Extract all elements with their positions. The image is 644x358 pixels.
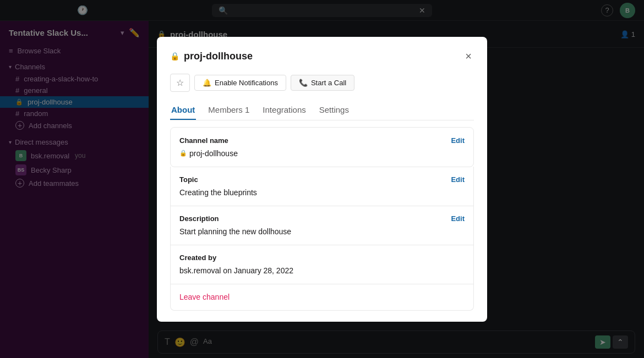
created-by-section: Created by bsk.removal on January 28, 20… bbox=[170, 245, 474, 284]
created-by-title: Created by bbox=[179, 254, 216, 262]
modal-title: 🔒 proj-dollhouse bbox=[170, 51, 253, 62]
channel-name-title: Channel name bbox=[179, 136, 228, 145]
topic-header: Topic Edit bbox=[179, 175, 465, 184]
topic-title: Topic bbox=[179, 175, 198, 184]
topic-section: Topic Edit Creating the blueprints bbox=[170, 167, 474, 206]
tab-settings[interactable]: Settings bbox=[318, 101, 350, 120]
channel-name-edit-button[interactable]: Edit bbox=[451, 136, 465, 145]
leave-channel-button[interactable]: Leave channel bbox=[170, 284, 474, 311]
channel-info-modal: 🔒 proj-dollhouse × ☆ 🔔 Enable Notificati… bbox=[157, 37, 487, 322]
created-by-text: bsk.removal on January 28, 2022 bbox=[179, 266, 293, 275]
modal-close-button[interactable]: × bbox=[463, 48, 474, 65]
description-edit-button[interactable]: Edit bbox=[451, 214, 465, 223]
bell-icon: 🔔 bbox=[203, 79, 211, 87]
modal-channel-name: proj-dollhouse bbox=[184, 51, 253, 62]
created-by-value: bsk.removal on January 28, 2022 bbox=[179, 266, 465, 275]
description-header: Description Edit bbox=[179, 214, 465, 223]
description-text: Start planning the new dollhouse bbox=[179, 227, 291, 236]
topic-value: Creating the blueprints bbox=[179, 188, 465, 197]
notifications-label: Enable Notifications bbox=[215, 79, 278, 87]
enable-notifications-button[interactable]: 🔔 Enable Notifications bbox=[194, 75, 286, 91]
channel-name-text: proj-dollhouse bbox=[189, 149, 238, 158]
modal-actions: ☆ 🔔 Enable Notifications 📞 Start a Call bbox=[170, 74, 474, 92]
channel-name-header: Channel name Edit bbox=[179, 136, 465, 145]
start-call-button[interactable]: 📞 Start a Call bbox=[291, 75, 354, 91]
tab-about[interactable]: About bbox=[170, 101, 196, 120]
channel-name-section: Channel name Edit 🔒 proj-dollhouse bbox=[170, 127, 474, 167]
modal-lock-icon: 🔒 bbox=[170, 52, 179, 60]
channel-value-lock-icon: 🔒 bbox=[179, 150, 187, 157]
modal-overlay: 🔒 proj-dollhouse × ☆ 🔔 Enable Notificati… bbox=[0, 0, 644, 358]
tab-integrations[interactable]: Integrations bbox=[261, 101, 307, 120]
tab-members[interactable]: Members 1 bbox=[207, 101, 250, 120]
star-button[interactable]: ☆ bbox=[170, 74, 190, 92]
modal-tabs: About Members 1 Integrations Settings bbox=[170, 101, 474, 120]
description-section: Description Edit Start planning the new … bbox=[170, 206, 474, 245]
call-icon: 📞 bbox=[299, 79, 308, 87]
star-icon: ☆ bbox=[176, 78, 184, 87]
modal-header: 🔒 proj-dollhouse × bbox=[170, 48, 474, 65]
topic-edit-button[interactable]: Edit bbox=[451, 175, 465, 184]
topic-text: Creating the blueprints bbox=[179, 188, 257, 197]
created-by-header: Created by bbox=[179, 254, 465, 262]
description-title: Description bbox=[179, 214, 219, 223]
description-value: Start planning the new dollhouse bbox=[179, 227, 465, 236]
call-label: Start a Call bbox=[311, 79, 346, 87]
channel-name-value: 🔒 proj-dollhouse bbox=[179, 149, 465, 158]
